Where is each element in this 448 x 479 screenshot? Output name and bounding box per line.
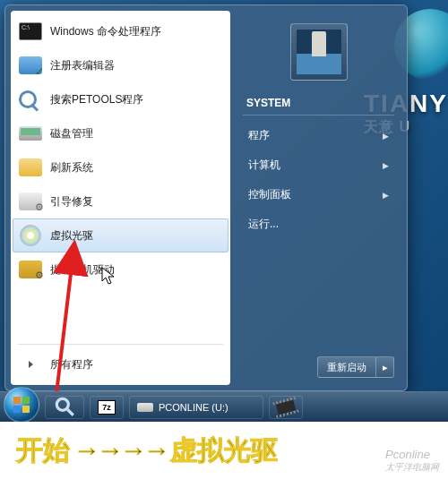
drive-icon	[137, 403, 153, 412]
search-icon	[18, 87, 43, 112]
chevron-right-icon: ▶	[383, 191, 389, 200]
shutdown-options-arrow[interactable]: ▸	[375, 357, 393, 377]
menu-item-boot-repair[interactable]: 引导修复	[13, 184, 228, 218]
cmd-icon	[18, 19, 43, 44]
caption-arrows: →→→→	[73, 435, 167, 466]
svg-line-2	[67, 409, 73, 415]
right-item-computer[interactable]: 计算机 ▶	[243, 150, 394, 180]
boot-repair-icon	[18, 189, 43, 214]
menu-label: 注册表编辑器	[50, 58, 115, 73]
menu-item-regedit[interactable]: 注册表编辑器	[13, 48, 228, 82]
start-menu-right-pane: SYSTEM 程序 ▶ 计算机 ▶ 控制面板 ▶ 运行... 重新启动 ▸	[230, 11, 401, 385]
menu-item-all-programs[interactable]: 所有程序	[13, 347, 228, 381]
caption-right: 虚拟光驱	[170, 432, 278, 469]
menu-item-extract-drivers[interactable]: 提取本机驱动	[13, 252, 228, 287]
sevenzip-icon: 7z	[98, 400, 116, 415]
right-item-control-panel[interactable]: 控制面板 ▶	[243, 180, 394, 210]
right-item-label: 控制面板	[248, 187, 291, 202]
menu-label: 虚拟光驱	[50, 228, 93, 244]
refresh-icon	[18, 155, 43, 180]
all-programs-icon	[18, 352, 43, 377]
desktop: TIANY 天意 U Windows 命令处理程序 注册表编辑器 搜索PETOO…	[0, 0, 448, 422]
chip-icon	[276, 399, 296, 415]
system-label: SYSTEM	[243, 97, 394, 109]
menu-label: 引导修复	[50, 194, 93, 210]
taskbar-7zip[interactable]: 7z	[90, 396, 124, 419]
menu-item-virtual-cd[interactable]: 虚拟光驱	[13, 218, 228, 252]
menu-label: Windows 命令处理程序	[50, 24, 161, 39]
menu-item-disk-mgmt[interactable]: 磁盘管理	[13, 116, 228, 150]
separator	[243, 115, 394, 115]
restart-button[interactable]: 重新启动 ▸	[317, 356, 394, 378]
svg-point-1	[56, 398, 68, 410]
virtual-cd-icon	[18, 223, 43, 248]
watermark-sub: 太平洋电脑网	[385, 461, 439, 474]
taskbar-drive-button[interactable]: PCONLINE (U:)	[129, 396, 263, 419]
disk-mgmt-icon	[18, 121, 43, 146]
right-item-programs[interactable]: 程序 ▶	[243, 121, 394, 150]
menu-label: 提取本机驱动	[50, 262, 115, 278]
start-menu: Windows 命令处理程序 注册表编辑器 搜索PETOOLS程序 磁盘管理 刷…	[4, 4, 408, 391]
right-item-label: 程序	[248, 128, 270, 143]
menu-label: 磁盘管理	[50, 126, 93, 141]
separator	[18, 344, 223, 345]
taskbar-magnifier[interactable]	[45, 396, 84, 419]
caption-left: 开始	[16, 432, 70, 469]
user-picture[interactable]	[290, 23, 348, 81]
watermark-text: Pconline	[385, 448, 430, 461]
regedit-icon	[18, 53, 43, 78]
restart-label: 重新启动	[318, 361, 375, 374]
start-menu-left-pane: Windows 命令处理程序 注册表编辑器 搜索PETOOLS程序 磁盘管理 刷…	[11, 11, 230, 385]
menu-label: 搜索PETOOLS程序	[50, 92, 143, 107]
menu-label: 刷新系统	[50, 160, 93, 175]
right-item-label: 运行...	[248, 217, 279, 232]
extract-driver-icon	[18, 257, 43, 282]
annotation-caption: 开始 →→→→ 虚拟光驱 Pconline 太平洋电脑网	[0, 422, 448, 479]
menu-item-search-petools[interactable]: 搜索PETOOLS程序	[13, 82, 228, 116]
menu-item-refresh-system[interactable]: 刷新系统	[13, 150, 228, 184]
right-item-run[interactable]: 运行...	[243, 210, 394, 239]
right-item-label: 计算机	[248, 158, 280, 173]
start-button[interactable]	[4, 387, 39, 423]
magnifier-icon	[53, 395, 76, 420]
chevron-right-icon: ▶	[383, 161, 389, 170]
menu-label: 所有程序	[50, 357, 93, 372]
watermark: Pconline 太平洋电脑网	[385, 448, 439, 474]
menu-item-cmd[interactable]: Windows 命令处理程序	[13, 14, 228, 48]
chevron-right-icon: ▶	[383, 132, 389, 141]
taskbar: 7z PCONLINE (U:)	[0, 391, 448, 422]
drive-label: PCONLINE (U:)	[159, 402, 228, 413]
taskbar-chip-tool[interactable]	[269, 396, 303, 419]
